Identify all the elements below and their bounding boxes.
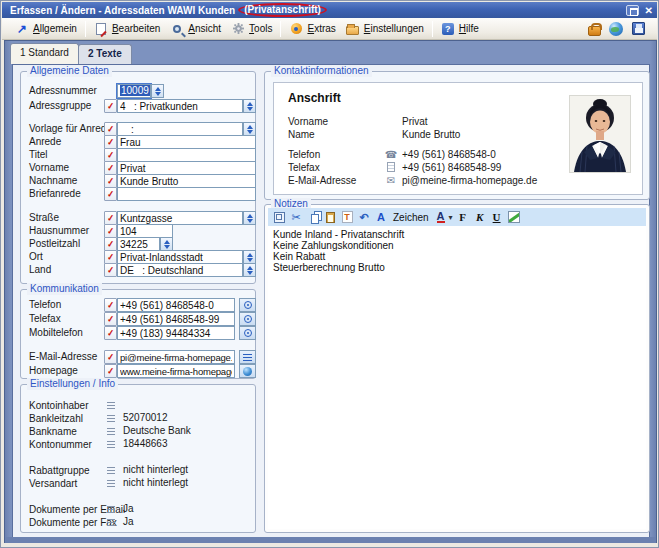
bold-button[interactable]: F <box>456 210 470 224</box>
chevron-down-icon[interactable]: ▾ <box>449 213 453 222</box>
font-color-icon[interactable]: A <box>434 210 448 224</box>
edit-check-button[interactable]: ✓ <box>104 122 117 136</box>
edit-note-icon[interactable] <box>507 210 521 224</box>
check-icon: ✓ <box>106 213 114 223</box>
menu-tools[interactable]: Tools <box>226 20 277 38</box>
open-homepage-button[interactable] <box>239 364 256 378</box>
strasse-input[interactable] <box>117 211 243 225</box>
edit-check-button[interactable]: ✓ <box>104 364 117 378</box>
vorlage-anrede-input[interactable] <box>117 122 243 136</box>
dial-button[interactable] <box>239 298 256 312</box>
contact-label: E-Mail-Adresse <box>288 175 356 186</box>
menu-separator <box>280 21 281 37</box>
adressgruppe-input[interactable] <box>117 99 243 113</box>
postleitzahl-input[interactable] <box>117 237 160 251</box>
edit-check-button[interactable]: ✓ <box>104 99 117 113</box>
menu-bearbeiten[interactable]: Bearbeiten <box>89 20 165 38</box>
tab-texte[interactable]: 2 Texte <box>78 44 132 64</box>
menu-allgemein[interactable]: ↗ Allgemein <box>10 20 82 38</box>
nachname-input[interactable] <box>117 174 256 188</box>
edit-check-button[interactable]: ✓ <box>104 237 117 251</box>
info-row-kontonummer: Kontonummer 18448663 <box>21 438 255 453</box>
form-row-mobiltelefon: Mobiltelefon ✓ <box>21 326 255 341</box>
vorname-input[interactable] <box>117 161 256 175</box>
mobiltelefon-input[interactable] <box>117 326 235 340</box>
anrede-input[interactable] <box>117 135 256 149</box>
briefcase-icon[interactable] <box>587 22 601 36</box>
adressnummer-input[interactable]: 10009 <box>117 84 151 98</box>
edit-check-button[interactable]: ✓ <box>104 312 117 326</box>
edit-check-button[interactable]: ✓ <box>104 224 117 238</box>
info-label: Bankname <box>29 426 77 437</box>
menu-hilfe[interactable]: ? Hilfe <box>436 20 484 38</box>
field-label: Postleitzahl <box>29 238 80 249</box>
dial-button[interactable] <box>239 326 256 340</box>
check-icon: ✓ <box>106 124 114 134</box>
arrow-ne-icon: ↗ <box>15 22 29 36</box>
edit-check-button[interactable]: ✓ <box>104 326 117 340</box>
titel-input[interactable] <box>117 148 256 162</box>
menu-ansicht[interactable]: Ansicht <box>165 20 226 38</box>
info-label: Kontonummer <box>29 439 92 450</box>
spinner-button[interactable] <box>151 84 164 98</box>
field-label: Vorname <box>29 162 69 173</box>
contact-label: Telefax <box>288 162 320 173</box>
copy-icon[interactable] <box>306 210 320 224</box>
email-input[interactable] <box>117 350 235 364</box>
edit-check-button[interactable]: ✓ <box>104 161 117 175</box>
email-action-button[interactable] <box>239 350 256 364</box>
font-icon[interactable]: A <box>374 210 388 224</box>
italic-button[interactable]: K <box>473 210 487 224</box>
homepage-input[interactable] <box>117 364 235 378</box>
restore-window-button[interactable] <box>626 5 639 16</box>
edit-check-button[interactable]: ✓ <box>104 135 117 149</box>
menu-extras[interactable]: Extras <box>284 20 340 38</box>
select-frame-icon[interactable] <box>272 210 286 224</box>
window-title: Erfassen / Ändern - Adressdaten WAWI Kun… <box>10 5 235 16</box>
notes-textarea[interactable]: Kunde Inland - Privatanschrift Keine Zah… <box>268 226 646 529</box>
edit-check-button[interactable]: ✓ <box>104 174 117 188</box>
edit-check-button[interactable]: ✓ <box>104 263 117 277</box>
dropdown-button[interactable] <box>160 237 173 251</box>
telefax-input[interactable] <box>117 312 235 326</box>
edit-check-button[interactable]: ✓ <box>104 187 117 201</box>
cut-icon[interactable]: ✂ <box>289 210 303 224</box>
undo-icon[interactable]: ↶ <box>357 210 371 224</box>
ort-input[interactable] <box>117 250 243 264</box>
tab-frame: 2 Texte 1 Standard Allgemeine Daten Adre… <box>4 40 657 545</box>
edit-check-button[interactable]: ✓ <box>104 350 117 364</box>
field-label: Nachname <box>29 175 77 186</box>
group-allgemeine-daten: Allgemeine Daten Adressnummer 10009 Adre… <box>20 71 256 284</box>
menu-label: Ansicht <box>188 23 221 35</box>
check-icon: ✓ <box>106 252 114 262</box>
field-label: Vorlage für Anrede <box>29 123 112 134</box>
telefon-input[interactable] <box>117 298 235 312</box>
menu-separator <box>85 21 86 37</box>
form-row-homepage: Homepage ✓ <box>21 364 255 379</box>
paste-icon[interactable] <box>323 210 337 224</box>
contact-label: Name <box>288 129 315 140</box>
format-painter-icon[interactable]: T <box>340 210 354 224</box>
dial-button[interactable] <box>239 312 256 326</box>
edit-check-button[interactable]: ✓ <box>104 148 117 162</box>
close-button[interactable]: ✕ <box>645 5 653 16</box>
edit-check-button[interactable]: ✓ <box>104 211 117 225</box>
dropdown-button[interactable] <box>243 250 256 264</box>
dropdown-button[interactable] <box>243 211 256 225</box>
menu-einstellungen[interactable]: Einstellungen <box>341 20 429 38</box>
tab-standard[interactable]: 1 Standard <box>10 43 79 64</box>
save-icon[interactable] <box>631 22 645 36</box>
contact-card: Anschrift Vorname Privat Name Kunde Brut… <box>273 82 643 195</box>
globe-icon[interactable] <box>609 22 623 36</box>
edit-check-button[interactable]: ✓ <box>104 250 117 264</box>
edit-check-button[interactable]: ✓ <box>104 298 117 312</box>
dropdown-button[interactable] <box>243 122 256 136</box>
briefanrede-input[interactable] <box>117 187 256 201</box>
dropdown-button[interactable] <box>243 99 256 113</box>
hausnummer-input[interactable] <box>117 224 173 238</box>
dropdown-button[interactable] <box>243 263 256 277</box>
form-row-land: Land ✓ <box>21 263 255 278</box>
land-input[interactable] <box>117 263 243 277</box>
note-line: Kunde Inland - Privatanschrift <box>273 229 641 240</box>
underline-button[interactable]: U <box>490 210 504 224</box>
